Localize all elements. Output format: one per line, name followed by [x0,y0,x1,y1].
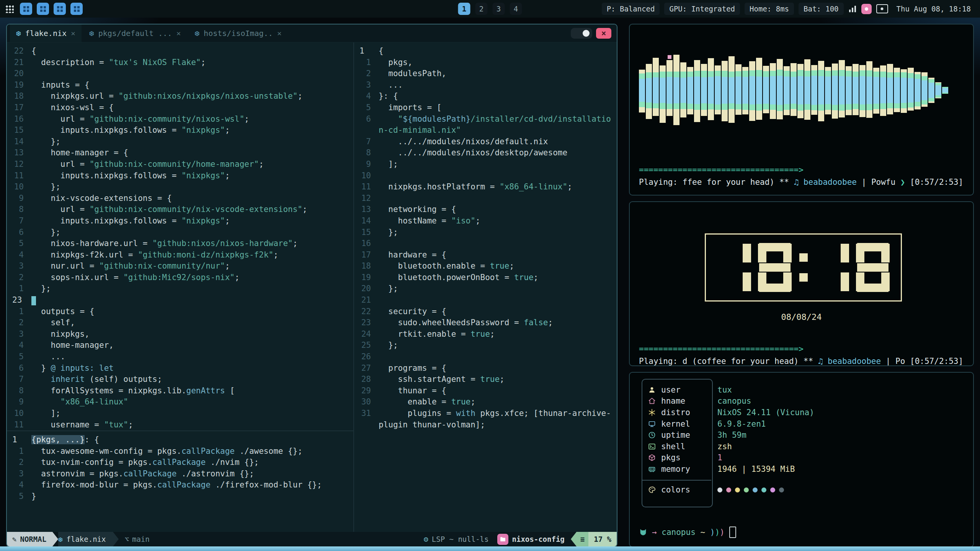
tab-label: pkgs/default ... [98,29,172,38]
code-line: 6 "${modulesPath}/installer/cd-dvd/insta… [354,114,617,125]
power-profile-widget[interactable]: P: Balanced [602,3,660,15]
taglist [5,3,83,15]
code-line: 9 ]; [354,159,617,170]
window-toggle[interactable] [571,28,592,39]
app-launcher-icon[interactable] [5,5,14,13]
branch-name: main [132,535,150,543]
code-line: 29 thunar = { [354,385,617,397]
color-dot [779,487,784,492]
pane-flake-nix[interactable]: 22{21 description = "tux's NixOS Flake";… [7,42,353,431]
code-line: plugin thunar-volman]; [354,419,617,431]
workspace-2[interactable]: 2 [475,3,488,15]
viz-bar [873,52,879,129]
client-icon[interactable] [37,3,49,15]
nix-icon: ❆ [58,535,62,543]
lsp-status: LSP ~ null-ls [432,535,489,543]
viz-bar [921,52,928,129]
viz-bar [763,52,769,129]
viz-bar [915,52,921,129]
nix-icon: ❆ [194,29,199,38]
ping-widget[interactable]: Home: 8ms [745,3,794,15]
code-line: 18 bluetooth.enable = true; [354,261,617,272]
viz-bar [894,52,900,129]
editor-tabbar: ❆ flake.nix × ❆ pkgs/default ... × ❆ hos… [7,24,617,42]
code-line: 10 ]; [7,408,353,419]
color-dot [717,487,722,492]
now-playing: Playing: d (coffee for your head) ** ♫ b… [639,357,963,366]
fetch-value: tux [717,385,732,395]
tab-flake-nix[interactable]: ❆ flake.nix × [10,24,82,42]
pane-hosts-isoimage-nix[interactable]: 1{1 pkgs,2 modulesPath,3 ...4}: {5 impor… [354,42,617,532]
gpu-widget[interactable]: GPU: Integrated [664,3,740,15]
close-tab-icon[interactable]: × [71,29,75,38]
clock-widget[interactable]: Thu Aug 08, 18:18 [893,3,975,15]
code-line: 20 [7,68,353,80]
fetch-label: distro [661,408,690,417]
client-icon[interactable] [54,3,66,15]
code-line: 18 nixpkgs.url = "github:nixos/nixpkgs/n… [7,91,353,102]
workspace-4[interactable]: 4 [510,3,522,15]
screenshot-icon[interactable] [876,4,888,13]
pane-pkgs-default-nix[interactable]: 1{pkgs, ...}: {1 tux-awesome-wm-config =… [7,431,353,532]
code-line: 15 }; [354,227,617,238]
code-line: 16 [354,238,617,249]
statusline: ✎ NORMAL ❆ flake.nix ⌥ main ⚙ LSP ~ null… [7,532,617,546]
recorder-icon[interactable] [861,4,872,14]
code-line: 3 nur.url = "github:nix-community/nur"; [7,261,353,272]
code-line: 19 inputs = { [7,80,353,91]
viz-bar [680,52,686,129]
viz-bar [942,52,948,129]
code-line: 4 firefox-mod-blur = pkgs.callPackage ./… [7,479,353,491]
gear-icon: ⚙ [424,535,428,544]
tab-pkgs-default[interactable]: ❆ pkgs/default ... × [83,24,187,42]
code-line: 2 modulesPath, [354,68,617,80]
scroll-indicator: ≡ 17 % [577,532,617,546]
close-tab-icon[interactable]: × [277,29,282,38]
workspace-3[interactable]: 3 [493,3,505,15]
client-icon[interactable] [20,3,32,15]
track-progress: =================================> [639,344,804,354]
fetch-label: colors [661,485,690,494]
code-line: 2 self, [7,317,353,329]
viz-bar [880,52,886,129]
code-line: 11 nixpkgs.hostPlatform = "x86_64-linux"… [354,181,617,193]
code-line: 21 description = "tux's NixOS Flake"; [7,57,353,68]
fetch-value: NixOS 24.11 (Vicuna) [717,408,814,417]
code-line: 7 inputs.nixpkgs.follows = "nixpkgs"; [7,215,353,227]
code-line: 14 hostName = "iso"; [354,215,617,227]
lines-icon: ≡ [577,535,588,543]
code-line: 27 programs = { [354,363,617,374]
fetch-row: colors [648,484,814,496]
viz-bar [639,52,645,129]
clock-digit [856,243,890,292]
viz-bar [666,52,673,129]
battery-widget[interactable]: Bat: 100 [799,3,844,15]
client-icon[interactable] [70,3,83,15]
viz-bar [866,52,872,129]
viz-bar [791,52,797,129]
viz-bar [935,52,941,129]
digital-clock [705,233,902,302]
viz-bar [749,52,755,129]
code-line: 4}: { [354,91,617,102]
viz-bar [660,52,666,129]
fetch-label: kernel [661,419,690,429]
editor-window: ❆ flake.nix × ❆ pkgs/default ... × ❆ hos… [6,24,617,547]
close-tab-icon[interactable]: × [176,29,181,38]
fetch-row: memory1946 | 15394 MiB [648,463,814,475]
fetch-label: hname [661,396,685,406]
code-line: 26 [354,351,617,363]
terminal-cursor[interactable] [729,527,736,538]
nix-icon: ❆ [89,29,94,38]
fetch-window: usertuxhnamecanopusdistroNixOS 24.11 (Vi… [629,372,974,547]
workspace-1[interactable]: 1 [458,3,470,15]
tab-hosts-isoimage[interactable]: ❆ hosts/isoImag.. × [188,24,287,42]
editor-cursor [31,296,36,305]
network-icon[interactable] [848,5,857,12]
color-dot [770,487,775,492]
close-window-button[interactable]: × [596,28,611,39]
code-line: 4 nixpkgs-f2k.url = "github:moni-dz/nixp… [7,249,353,261]
shell-prompt[interactable]: → canopus ~ ))) [639,527,736,538]
code-line: 17 hardware = { [354,249,617,261]
wallpaper-strip [0,546,980,551]
